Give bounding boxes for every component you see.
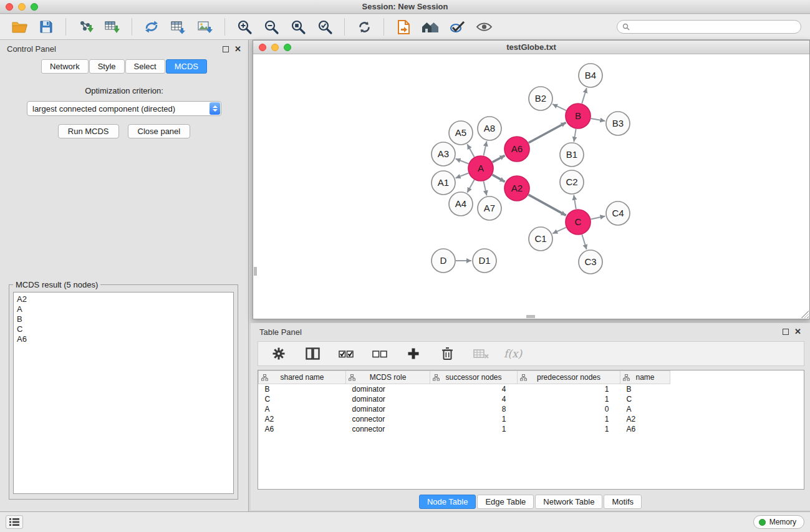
function-builder-button[interactable]: f(x) (504, 347, 522, 360)
zoom-fit-button[interactable] (287, 17, 309, 37)
node-A4[interactable]: A4 (449, 192, 473, 216)
edge-A-A7[interactable] (484, 181, 487, 196)
import-table-button[interactable] (102, 17, 123, 37)
edge-A-A2[interactable] (492, 175, 504, 181)
result-item-A2[interactable]: A2 (17, 294, 230, 304)
node-D[interactable]: D (432, 249, 455, 273)
add-column-button[interactable] (403, 344, 424, 364)
first-neighbors-button[interactable] (393, 17, 414, 37)
task-history-button[interactable] (6, 515, 23, 529)
save-session-button[interactable] (36, 17, 57, 37)
edge-C-C1[interactable] (552, 228, 566, 234)
memory-button[interactable]: Memory (753, 515, 804, 529)
resize-grip[interactable] (801, 311, 809, 318)
edge-A-A3[interactable] (456, 159, 469, 164)
zoom-in-button[interactable] (234, 17, 255, 37)
network-window-titlebar[interactable]: testGlobe.txt (253, 41, 809, 54)
edge-A-A6[interactable] (493, 155, 505, 162)
tab-motifs[interactable]: Motifs (604, 495, 642, 509)
column-header-name[interactable]: name (620, 371, 670, 384)
column-header-shared-name[interactable]: shared name (259, 371, 346, 384)
zoom-selected-button[interactable] (314, 17, 335, 37)
edge-B-B1[interactable] (574, 129, 576, 142)
zoom-window-button[interactable] (31, 3, 38, 11)
edge-A-A4[interactable] (467, 180, 474, 192)
apply-layout-button[interactable] (354, 17, 375, 37)
run-mcds-button[interactable]: Run MCDS (58, 124, 119, 138)
float-panel-icon[interactable] (223, 46, 229, 52)
delete-column-button[interactable] (436, 344, 458, 364)
tab-mcds[interactable]: MCDS (166, 59, 207, 74)
table-row[interactable]: A2connector11A2 (259, 414, 804, 424)
float-table-panel-icon[interactable] (783, 329, 789, 335)
result-item-B[interactable]: B (17, 314, 230, 324)
node-table-container[interactable]: shared nameMCDS rolesuccessor nodesprede… (258, 370, 804, 490)
tab-network-table[interactable]: Network Table (535, 495, 602, 509)
mcds-result-list[interactable]: A2ABCA6 (13, 292, 234, 494)
minimize-window-button[interactable] (18, 3, 26, 11)
node-A7[interactable]: A7 (478, 196, 501, 220)
table-row[interactable]: Bdominator41B (259, 384, 804, 394)
close-table-panel-icon[interactable]: ✕ (794, 329, 801, 335)
node-A[interactable]: A (468, 156, 493, 181)
node-C1[interactable]: C1 (529, 227, 552, 251)
edge-A-A5[interactable] (467, 144, 474, 157)
close-window-button[interactable] (6, 3, 13, 11)
table-row[interactable]: A6connector11A6 (259, 424, 804, 434)
search-input[interactable] (633, 22, 796, 31)
tab-edge-table[interactable]: Edge Table (477, 495, 534, 509)
network-graph[interactable]: B4B2BB3A8A5A6A3B1AC2A1A2A4A7C4CC1DD1C3 (253, 55, 809, 319)
node-B3[interactable]: B3 (606, 112, 630, 135)
vertical-scrollbar-thumb[interactable] (254, 267, 257, 276)
table-row[interactable]: Cdominator41C (259, 394, 804, 404)
horizontal-scrollbar-thumb[interactable] (526, 315, 535, 318)
column-header-successor-nodes[interactable]: successor nodes (430, 371, 518, 384)
node-A5[interactable]: A5 (449, 121, 473, 145)
edge-C-C2[interactable] (574, 195, 576, 210)
node-A2[interactable]: A2 (504, 176, 529, 201)
node-C[interactable]: C (566, 210, 591, 235)
deselect-all-rows-button[interactable] (369, 344, 390, 364)
node-B4[interactable]: B4 (579, 64, 602, 87)
edge-B-B3[interactable] (591, 118, 605, 121)
edge-B-B4[interactable] (582, 88, 587, 104)
column-header-MCDS-role[interactable]: MCDS role (346, 371, 430, 384)
graphics-details-button[interactable] (446, 17, 468, 37)
edge-C-C3[interactable] (582, 235, 586, 249)
hide-panels-button[interactable] (420, 17, 441, 37)
tab-network[interactable]: Network (41, 59, 89, 74)
tab-select[interactable]: Select (125, 59, 165, 74)
table-settings-button[interactable] (268, 344, 289, 364)
zoom-network-button[interactable] (284, 44, 291, 51)
new-network-button[interactable] (141, 17, 162, 37)
select-all-rows-button[interactable] (335, 344, 357, 364)
result-item-A6[interactable]: A6 (17, 334, 230, 344)
edge-A-A1[interactable] (456, 173, 469, 178)
node-D1[interactable]: D1 (473, 249, 496, 273)
zoom-out-button[interactable] (261, 17, 282, 37)
export-image-button[interactable] (195, 17, 216, 37)
node-B[interactable]: B (566, 104, 591, 128)
delete-table-button[interactable] (470, 344, 491, 364)
node-A6[interactable]: A6 (504, 137, 529, 162)
node-C2[interactable]: C2 (560, 170, 584, 194)
node-B1[interactable]: B1 (560, 143, 584, 167)
node-A3[interactable]: A3 (432, 142, 455, 166)
result-item-A[interactable]: A (17, 304, 230, 314)
node-A1[interactable]: A1 (432, 171, 455, 195)
edge-A2-C[interactable] (528, 195, 566, 215)
edge-B-B2[interactable] (552, 104, 566, 110)
criterion-dropdown[interactable]: largest connected component (directed) (27, 101, 221, 116)
column-header-predecessor-nodes[interactable]: predecessor nodes (518, 371, 620, 384)
close-panel-button[interactable]: Close panel (128, 124, 191, 138)
node-B2[interactable]: B2 (529, 87, 552, 110)
node-C3[interactable]: C3 (579, 250, 602, 274)
open-file-button[interactable] (9, 17, 30, 37)
node-A8[interactable]: A8 (478, 117, 501, 140)
network-canvas[interactable]: B4B2BB3A8A5A6A3B1AC2A1A2A4A7C4CC1DD1C3 (253, 55, 809, 319)
edge-C-C4[interactable] (591, 216, 605, 220)
column-visibility-button[interactable] (302, 344, 323, 364)
node-C4[interactable]: C4 (606, 201, 630, 225)
close-network-button[interactable] (259, 44, 266, 51)
edge-A6-B[interactable] (529, 123, 566, 143)
